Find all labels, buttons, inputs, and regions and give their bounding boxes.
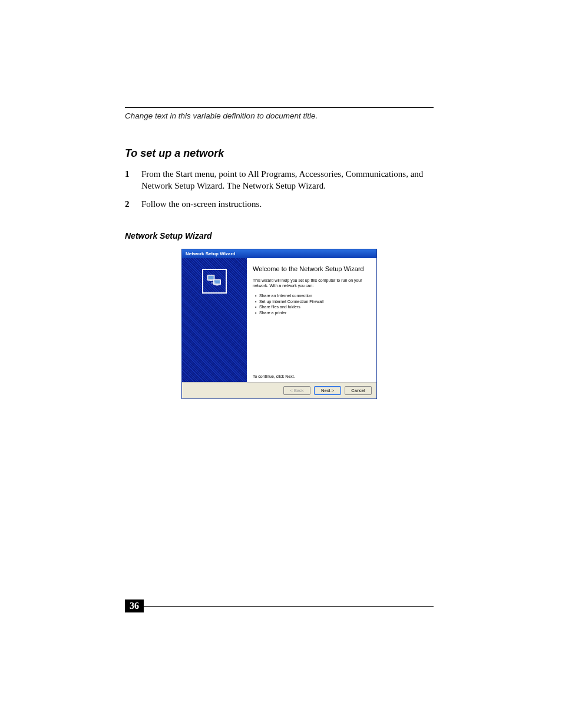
step-text: From the Start menu, point to All Progra… bbox=[141, 168, 434, 192]
wizard-welcome-heading: Welcome to the Network Setup Wizard bbox=[253, 265, 371, 272]
step-number: 1 bbox=[125, 168, 141, 192]
step-list: 1 From the Start menu, point to All Prog… bbox=[125, 168, 434, 210]
wizard-main-panel: Welcome to the Network Setup Wizard This… bbox=[247, 258, 376, 382]
wizard-description: This wizard will help you set up this co… bbox=[253, 278, 371, 289]
list-item: Share files and folders bbox=[255, 304, 371, 309]
page-footer: 36 bbox=[125, 599, 434, 612]
list-item: Share an Internet connection bbox=[255, 293, 371, 298]
header-variable-text: Change text in this variable definition … bbox=[125, 111, 434, 120]
svg-rect-1 bbox=[209, 276, 214, 279]
wizard-dialog: Network Setup Wizard bbox=[181, 249, 377, 399]
network-computers-icon bbox=[202, 269, 227, 294]
list-item: 2 Follow the on-screen instructions. bbox=[125, 198, 434, 210]
wizard-button-bar: < Back Next > Cancel bbox=[182, 382, 376, 398]
svg-rect-2 bbox=[210, 280, 213, 281]
footer-rule bbox=[144, 606, 434, 607]
list-item: Share a printer bbox=[255, 310, 371, 315]
section-heading: To set up a network bbox=[125, 147, 434, 160]
wizard-titlebar: Network Setup Wizard bbox=[182, 249, 376, 258]
cancel-button[interactable]: Cancel bbox=[345, 386, 372, 395]
svg-rect-5 bbox=[216, 285, 219, 286]
step-text: Follow the on-screen instructions. bbox=[141, 198, 434, 210]
wizard-continue-text: To continue, click Next. bbox=[253, 374, 371, 378]
wizard-feature-list: Share an Internet connection Set up Inte… bbox=[255, 293, 371, 315]
next-button[interactable]: Next > bbox=[314, 386, 341, 395]
header-rule bbox=[125, 107, 434, 108]
step-number: 2 bbox=[125, 198, 141, 210]
page-number: 36 bbox=[125, 599, 144, 612]
list-item: 1 From the Start menu, point to All Prog… bbox=[125, 168, 434, 192]
sub-heading: Network Setup Wizard bbox=[125, 231, 434, 241]
wizard-body: Welcome to the Network Setup Wizard This… bbox=[182, 258, 376, 382]
wizard-side-panel bbox=[182, 258, 247, 382]
list-item: Set up Internet Connection Firewall bbox=[255, 299, 371, 304]
back-button: < Back bbox=[283, 386, 310, 395]
